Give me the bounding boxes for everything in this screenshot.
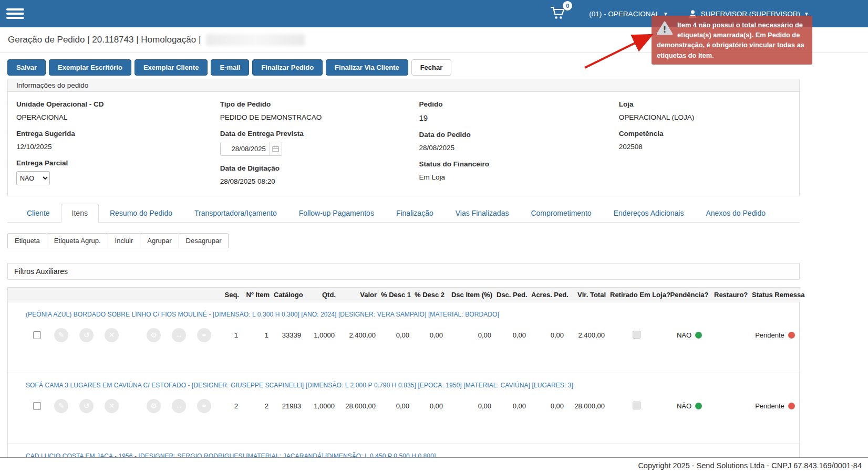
- restauro-value: [712, 319, 750, 373]
- remove-icon[interactable]: ✕: [105, 328, 119, 342]
- tipo-pedido-label: Tipo de Pedido: [220, 100, 419, 108]
- edit-icon[interactable]: ✎: [54, 399, 68, 413]
- tab-comprometimento[interactable]: Comprometimento: [520, 204, 602, 223]
- row-select-checkbox[interactable]: [33, 331, 41, 339]
- info-column-1: Unidade Operacional - CD OPERACIONAL Ent…: [16, 92, 220, 185]
- status-financeiro-label: Status do Financeiro: [419, 160, 618, 168]
- cell-catalogo: 33339: [272, 319, 304, 373]
- exemplar-escritorio-button[interactable]: Exemplar Escritório: [49, 59, 131, 76]
- cell-acres-ped: 0,00: [529, 389, 567, 444]
- unidade-operacional-value: OPERACIONAL: [16, 113, 220, 121]
- pendencia-value: NÃO: [677, 402, 691, 410]
- info-column-2: Tipo de Pedido PEDIDO DE DEMONSTRACAO Da…: [220, 92, 419, 185]
- transfer-icon[interactable]: ↔: [172, 399, 186, 413]
- col-desc1: % Desc 1: [379, 288, 412, 302]
- retirado-em-loja-checkbox: [633, 402, 640, 409]
- tab-followup-pagamentos[interactable]: Follow-up Pagamentos: [288, 204, 385, 223]
- etiqueta-agrup-button[interactable]: Etiqueta Agrup.: [47, 233, 108, 248]
- fechar-button[interactable]: Fechar: [411, 59, 452, 76]
- col-status-remessa: Status Remessa: [750, 288, 800, 302]
- filtros-auxiliares-label: Filtros Auxiliares: [14, 267, 68, 276]
- transfer-icon[interactable]: ↔: [172, 328, 186, 342]
- itens-tab-panel: Etiqueta Etiqueta Agrup. Incluir Agrupar…: [7, 223, 800, 460]
- redacted-client-name: [206, 34, 305, 46]
- data-pedido-label: Data do Pedido: [419, 131, 618, 139]
- filtros-auxiliares-header[interactable]: Filtros Auxiliares: [7, 263, 800, 280]
- order-info-panel: Informações do pedido Unidade Operaciona…: [7, 79, 800, 196]
- item-row-values: ✎ ↺ ✕ ⚙ ↔ ⚭ 2 2 21983 1,0000 28.: [8, 389, 800, 444]
- tipo-pedido-value: PEDIDO DE DEMONSTRACAO: [220, 113, 419, 121]
- cell-dsc-ped: 0,00: [494, 389, 529, 444]
- tab-finalizacao[interactable]: Finalização: [385, 204, 445, 223]
- copyright-text: Copyright 2025 - Send Solutions Ltda - C…: [638, 461, 862, 470]
- tab-enderecos-adicionais[interactable]: Endereços Adicionais: [603, 204, 695, 223]
- finalizar-via-cliente-button[interactable]: Finalizar Via Cliente: [326, 59, 408, 76]
- breadcrumb: Geração de Pedido | 20.118743 | Homologa…: [8, 35, 201, 45]
- history-icon[interactable]: ↺: [79, 328, 94, 342]
- agrupar-button[interactable]: Agrupar: [140, 233, 179, 248]
- email-button[interactable]: E-mail: [211, 59, 249, 76]
- col-acres-ped: Acres. Ped.: [529, 288, 567, 302]
- salvar-button[interactable]: Salvar: [7, 59, 46, 76]
- tab-anexos-do-pedido[interactable]: Anexos do Pedido: [695, 204, 777, 223]
- link-etiqueta-icon[interactable]: ⚭: [197, 399, 211, 413]
- data-pedido-value: 28/08/2025: [419, 144, 618, 152]
- info-column-4: Loja OPERACIONAL (LOJA) Competência 2025…: [619, 92, 791, 185]
- settings-icon[interactable]: ⚙: [147, 399, 161, 413]
- col-dsc-item: Dsc Item (%): [446, 288, 494, 302]
- cell-desc1: 0,00: [379, 319, 412, 373]
- cart-button[interactable]: 0: [550, 6, 566, 22]
- status-financeiro-value: Em Loja: [419, 173, 618, 181]
- history-icon[interactable]: ↺: [79, 399, 94, 413]
- order-info-title: Informações do pedido: [8, 79, 799, 92]
- status-remessa-red-dot-icon: [788, 332, 795, 339]
- data-entrega-prevista-input[interactable]: [221, 142, 269, 155]
- item-description-link[interactable]: SOFÁ CAMA 3 LUGARES EM CAVIÚNA C/ ESTOFA…: [26, 382, 573, 389]
- cell-n-item: 1: [241, 319, 272, 373]
- pedido-label: Pedido: [419, 100, 618, 108]
- item-description-link[interactable]: (PEÔNIA AZUL) BORDADO SOBRE LINHO C/ FIO…: [26, 311, 499, 318]
- loja-label: Loja: [619, 100, 791, 108]
- data-digitacao-label: Data de Digitação: [220, 164, 419, 172]
- edit-icon[interactable]: ✎: [54, 328, 68, 342]
- finalizar-pedido-button[interactable]: Finalizar Pedido: [252, 59, 323, 76]
- main-content: Salvar Exemplar Escritório Exemplar Clie…: [0, 53, 868, 460]
- cell-valor: 28.000,00: [338, 389, 379, 444]
- etiqueta-button[interactable]: Etiqueta: [7, 233, 47, 248]
- cell-seq: 2: [214, 389, 241, 444]
- validation-alert-text: Item 4 não possui o total necessário de …: [657, 21, 804, 59]
- row-select-checkbox[interactable]: [33, 402, 41, 410]
- menu-icon[interactable]: [6, 6, 24, 21]
- cell-qtd: 1,0000: [304, 319, 338, 373]
- col-restauro: Restauro?: [712, 288, 750, 302]
- tab-vias-finalizadas[interactable]: Vias Finalizadas: [445, 204, 520, 223]
- unidade-operacional-label: Unidade Operacional - CD: [16, 100, 220, 108]
- data-entrega-prevista-group: [220, 142, 282, 156]
- incluir-button[interactable]: Incluir: [108, 233, 141, 248]
- calendar-icon: [272, 145, 279, 152]
- remove-icon[interactable]: ✕: [105, 399, 119, 413]
- cell-dsc-item: 0,00: [446, 389, 494, 444]
- tab-cliente[interactable]: Cliente: [16, 204, 61, 223]
- tab-transportadora-icamento[interactable]: Transportadora/Içamento: [183, 204, 288, 223]
- cell-dsc-item: 0,00: [446, 319, 494, 373]
- footer: Copyright 2025 - Send Solutions Ltda - C…: [0, 457, 868, 474]
- tab-itens[interactable]: Itens: [61, 204, 99, 223]
- cell-seq: 1: [214, 319, 241, 373]
- actions-column-header: [8, 288, 214, 302]
- calendar-button[interactable]: [269, 142, 282, 155]
- desagrupar-button[interactable]: Desagrupar: [179, 233, 229, 248]
- col-pendencia: Pendência?: [667, 288, 712, 302]
- settings-icon[interactable]: ⚙: [147, 328, 161, 342]
- col-valor: Valor: [338, 288, 379, 302]
- cart-count-badge: 0: [563, 1, 572, 10]
- cell-desc1: 0,00: [379, 389, 412, 444]
- loja-value: OPERACIONAL (LOJA): [619, 113, 791, 121]
- validation-alert: ! Item 4 não possui o total necessário d…: [652, 16, 812, 65]
- entrega-parcial-select[interactable]: NÃO: [16, 171, 50, 185]
- cell-dsc-ped: 0,00: [494, 319, 529, 373]
- link-etiqueta-icon[interactable]: ⚭: [197, 328, 211, 342]
- tab-resumo-do-pedido[interactable]: Resumo do Pedido: [99, 204, 183, 223]
- exemplar-cliente-button[interactable]: Exemplar Cliente: [135, 59, 208, 76]
- items-table-header-row: Seq. Nº Item Catálogo Qtd. Valor % Desc …: [8, 288, 800, 302]
